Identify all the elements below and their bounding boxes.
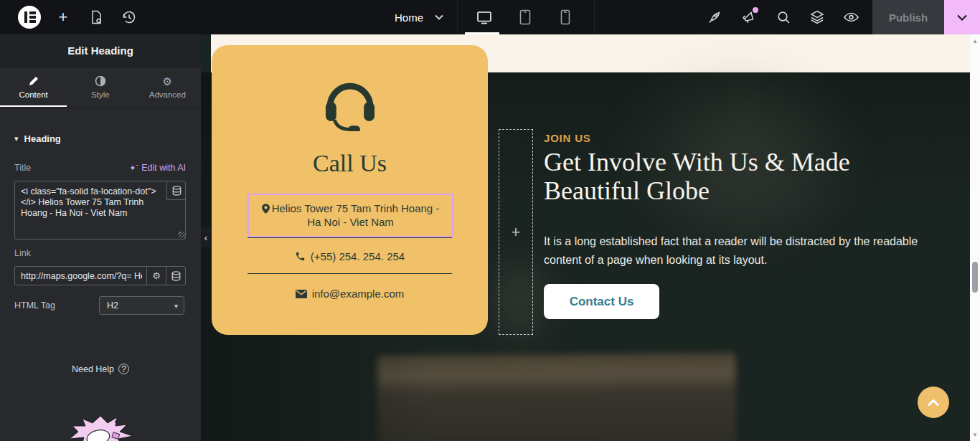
publish-options-dropdown[interactable] [944, 0, 980, 34]
html-tag-label: HTML Tag [14, 300, 55, 310]
panel-collapse-handle[interactable]: ‹ [201, 227, 211, 247]
sparkle-icon: ✦ˉ [129, 163, 138, 173]
history-icon[interactable] [119, 0, 139, 34]
canvas-scrollbar[interactable]: ▲ ▼ [970, 34, 980, 441]
phone-icon [295, 251, 306, 262]
scroll-to-top-button[interactable] [918, 387, 949, 418]
divider [248, 237, 452, 238]
dynamic-tags-button[interactable] [166, 267, 185, 285]
elementor-logo-icon[interactable] [18, 6, 41, 29]
background-photo-pulpit [377, 353, 736, 441]
need-help-link[interactable]: Need Help ? [0, 364, 201, 374]
email-row[interactable]: info@example.com [212, 288, 488, 300]
headset-icon [319, 72, 382, 131]
panel-header: Edit Heading [0, 34, 201, 67]
gear-icon: ⚙ [163, 76, 172, 87]
dynamic-tags-button[interactable] [166, 181, 186, 200]
elementor-editor: + Home [0, 0, 980, 441]
divider [248, 273, 452, 274]
site-launch-icon[interactable] [702, 0, 727, 34]
title-textarea[interactable]: <i class="fa-solid fa-location-dot"></i>… [14, 181, 186, 240]
email-text: info@example.com [312, 288, 405, 300]
add-widget-plus-icon[interactable]: + [512, 223, 521, 242]
textarea-resize-handle[interactable] [179, 232, 185, 238]
title-label: Title [14, 163, 31, 173]
document-name: Home [395, 11, 423, 24]
scrollbar-thumb[interactable] [972, 262, 978, 293]
link-label: Link [14, 248, 31, 258]
section-heading-toggle[interactable]: ▾ Heading [14, 133, 61, 144]
address-text: Helios Tower 75 Tam Trinh Hoang - Ha Noi… [272, 202, 440, 228]
database-icon [171, 271, 181, 281]
structure-navigator-icon[interactable] [804, 0, 830, 34]
publish-button[interactable]: Publish [872, 0, 944, 34]
edit-with-ai-button[interactable]: ✦ˉ Edit with AI [129, 163, 186, 173]
device-tablet-icon[interactable] [511, 0, 540, 34]
caret-down-icon: ▾ [14, 134, 19, 143]
panel-title: Edit Heading [67, 44, 133, 57]
html-tag-select[interactable]: H2 ▾ [99, 296, 184, 315]
selected-heading-widget[interactable]: Helios Tower 75 Tam Trinh Hoang - Ha Noi… [248, 194, 453, 237]
pencil-icon [28, 75, 39, 87]
card-title[interactable]: Call Us [212, 150, 488, 177]
publish-label: Publish [889, 11, 928, 24]
phone-row[interactable]: (+55) 254. 254. 254 [212, 250, 488, 262]
page-settings-icon[interactable] [86, 0, 106, 34]
section-kicker[interactable]: JOIN US [544, 132, 591, 144]
scrollbar-down-arrow[interactable]: ▼ [970, 430, 980, 440]
link-options-button[interactable]: ⚙ [146, 267, 166, 285]
top-toolbar: + Home [0, 0, 980, 34]
ai-promo-starburst-graphic [68, 416, 133, 441]
tab-style[interactable]: Style [67, 67, 133, 107]
database-icon [172, 186, 182, 196]
chevron-up-icon [928, 399, 939, 406]
scrollbar-up-arrow[interactable]: ▲ [970, 36, 980, 46]
add-element-icon[interactable]: + [53, 0, 73, 34]
device-desktop-icon[interactable] [470, 0, 499, 34]
preview-eye-icon[interactable] [838, 0, 864, 34]
tab-content[interactable]: Content [0, 67, 67, 107]
envelope-icon [296, 290, 307, 298]
gear-icon: ⚙ [152, 271, 161, 280]
section-paragraph[interactable]: It is a long established fact that a rea… [544, 232, 958, 270]
active-device-indicator [465, 32, 499, 34]
question-mark-icon: ? [118, 364, 129, 374]
chevron-down-icon[interactable] [430, 0, 448, 34]
phone-text: (+55) 254. 254. 254 [311, 250, 405, 262]
document-switcher[interactable]: Home [387, 0, 430, 34]
panel-tabs: Content Style ⚙ Advanced [0, 67, 201, 108]
preview-canvas: Call Us Helios Tower 75 Tam Trinh Hoang … [201, 34, 970, 441]
editor-panel: Edit Heading Content Style ⚙ Advanced [0, 34, 201, 441]
whats-new-icon[interactable] [736, 0, 762, 34]
device-mobile-icon[interactable] [551, 0, 580, 34]
contact-card[interactable]: Call Us Helios Tower 75 Tam Trinh Hoang … [212, 45, 488, 335]
notification-dot [753, 7, 758, 13]
contrast-icon [95, 75, 106, 87]
link-input[interactable] [15, 267, 146, 285]
finder-search-icon[interactable] [771, 0, 796, 34]
tab-advanced[interactable]: ⚙ Advanced [134, 67, 201, 107]
section-heading[interactable]: Get Involve With Us & Made Beautiful Glo… [544, 148, 888, 206]
empty-column-placeholder[interactable]: + [499, 129, 533, 335]
chevron-down-icon [957, 14, 967, 21]
caret-down-icon: ▾ [174, 302, 178, 310]
location-pin-icon [262, 204, 270, 214]
contact-us-button[interactable]: Contact Us [544, 284, 659, 319]
link-field: ⚙ [14, 266, 186, 285]
